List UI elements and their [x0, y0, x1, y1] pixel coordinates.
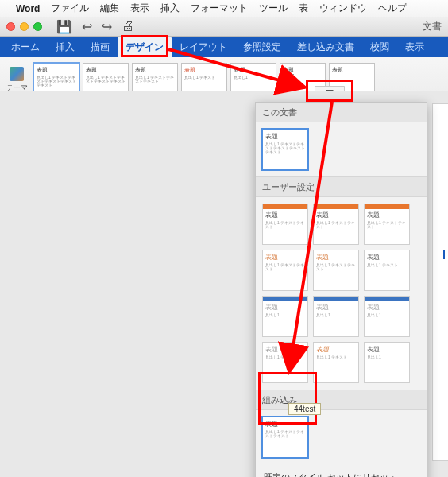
styleset-item[interactable]: 表題見出し1 — [364, 296, 410, 337]
section-this-document: この文書 — [256, 103, 427, 122]
print-icon[interactable]: 🖨 — [122, 19, 134, 34]
section-builtin: 組み込み — [256, 390, 427, 410]
styleset-item[interactable]: 表題見出し1 — [262, 296, 308, 337]
thumb-body: 見出し1 テキストテキストテキストテキストテキスト — [37, 76, 76, 87]
thumb-title: 表題 — [265, 132, 305, 141]
close-window-button[interactable] — [6, 22, 15, 31]
thumb-title: 表題 — [265, 420, 305, 429]
thumb-body: 見出し1 — [234, 76, 273, 80]
thumb-title: 表題 — [283, 66, 294, 75]
quick-access-toolbar: 💾 ↩︎ ↪︎ 🖨 — [56, 19, 134, 34]
thumb-title: 表題 — [184, 66, 224, 74]
tab-layout[interactable]: レイアウト — [172, 37, 235, 57]
menu-insert[interactable]: 挿入 — [160, 2, 180, 15]
mac-menubar: Word ファイル 編集 表示 挿入 フォーマット ツール 表 ウィンドウ ヘル… — [0, 0, 448, 17]
thumb-body: 見出し1 テキストテキストテキスト — [135, 76, 175, 83]
document-page[interactable] — [432, 103, 448, 461]
themes-icon — [10, 67, 24, 81]
styleset-item[interactable]: 表題見出し1 テキストテキスト — [364, 204, 410, 245]
tab-review[interactable]: 校閲 — [362, 37, 397, 57]
thumb-body: 見出し1 テキストテキストテキストテキスト — [86, 76, 126, 83]
styleset-item[interactable]: 表題見出し1 テキストテキスト — [262, 250, 308, 291]
thumb-body: 見出し1 テキスト — [184, 76, 224, 80]
styleset-item[interactable]: 表題 見出し1 テキストテキストテキストテキストテキスト — [262, 129, 308, 170]
styleset-item[interactable]: 表題見出し1 テキスト — [313, 342, 359, 383]
menu-help[interactable]: ヘルプ — [378, 2, 407, 15]
menu-tools[interactable]: ツール — [259, 2, 288, 15]
redo-icon[interactable]: ↪︎ — [102, 19, 112, 34]
menu-table[interactable]: 表 — [299, 2, 308, 15]
undo-icon[interactable]: ↩︎ — [82, 19, 92, 34]
menu-view[interactable]: 表示 — [130, 2, 149, 15]
thumb-title: 表題 — [86, 66, 126, 74]
traffic-lights — [6, 22, 42, 31]
styleset-item-builtin[interactable]: 表題 見出し1 テキストテキストテキスト — [262, 417, 308, 458]
save-icon[interactable]: 💾 — [56, 19, 72, 34]
menu-edit[interactable]: 編集 — [100, 2, 119, 15]
themes-button[interactable]: テーマ — [5, 67, 29, 93]
styleset-item[interactable]: 表題見出し1 テキストテキスト — [313, 250, 359, 291]
tab-references[interactable]: 参照設定 — [235, 37, 289, 57]
zoom-window-button[interactable] — [33, 22, 42, 31]
styleset-item[interactable]: 表題見出し1 — [313, 296, 359, 337]
ribbon-tabs: ホーム 挿入 描画 デザイン レイアウト 参照設定 差し込み文書 校閲 表示 — [0, 37, 448, 57]
thumb-title: 表題 — [37, 66, 76, 74]
styleset-item[interactable]: 表題見出し1 テキスト — [262, 342, 308, 383]
menu-format[interactable]: フォーマット — [191, 2, 248, 15]
panel-footer: 既定のスタイル セットにリセット 新しいスタイル セットとして保存... — [256, 464, 427, 477]
minimize-window-button[interactable] — [20, 22, 29, 31]
document-title: 文書 — [423, 20, 442, 33]
tab-view[interactable]: 表示 — [397, 37, 432, 57]
thumb-title: 表題 — [332, 66, 372, 74]
tab-mailings[interactable]: 差し込み文書 — [289, 37, 362, 57]
tab-insert[interactable]: 挿入 — [48, 37, 83, 57]
styleset-tooltip: 44test — [288, 403, 321, 415]
styleset-item[interactable]: 表題見出し1 — [364, 342, 410, 383]
tab-draw[interactable]: 描画 — [83, 37, 118, 57]
tab-home[interactable]: ホーム — [3, 37, 48, 57]
thumb-title: 表題 — [234, 66, 273, 74]
section-user-defined: ユーザー設定 — [256, 176, 427, 197]
user-styleset-grid: 表題見出し1 テキストテキスト 表題見出し1 テキストテキスト 表題見出し1 テ… — [256, 197, 427, 390]
menu-window[interactable]: ウィンドウ — [319, 2, 367, 15]
styleset-item[interactable]: 表題見出し1 テキストテキスト — [262, 204, 308, 245]
style-set-dropdown: この文書 表題 見出し1 テキストテキストテキストテキストテキスト ユーザー設定… — [255, 102, 427, 477]
thumb-body: 見出し1 テキストテキストテキスト — [265, 430, 305, 438]
styleset-item[interactable]: 表題見出し1 テキスト — [364, 250, 410, 291]
tab-design[interactable]: デザイン — [118, 37, 172, 57]
reset-styleset-action[interactable]: 既定のスタイル セットにリセット — [264, 469, 419, 477]
menu-file[interactable]: ファイル — [51, 2, 89, 15]
thumb-title: 表題 — [135, 66, 175, 74]
thumb-body: 見出し1 テキストテキストテキストテキストテキスト — [265, 142, 305, 154]
app-name: Word — [16, 3, 40, 14]
window-titlebar: 💾 ↩︎ ↪︎ 🖨 文書 — [0, 17, 448, 37]
text-cursor — [443, 250, 445, 259]
styleset-item[interactable]: 表題見出し1 テキストテキスト — [313, 204, 359, 245]
